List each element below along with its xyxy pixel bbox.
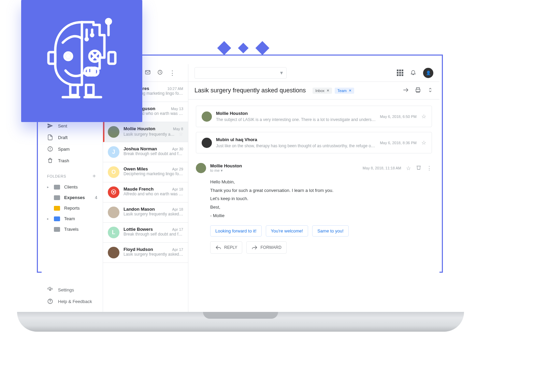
- folder-icon: [54, 195, 60, 200]
- forward-button[interactable]: FORWARD: [246, 241, 286, 254]
- reply-button[interactable]: REPLY: [210, 241, 242, 254]
- folder-expenses[interactable]: Expenses 4: [42, 192, 103, 203]
- folder-team[interactable]: ▸ Team: [42, 213, 103, 224]
- folder-icon: [54, 185, 60, 190]
- send-icon: [47, 123, 53, 129]
- folder-label: Travels: [64, 227, 78, 232]
- sender-avatar: L: [108, 227, 119, 238]
- section-label: FOLDERS: [47, 174, 66, 178]
- nav-settings[interactable]: Settings: [42, 284, 103, 296]
- trash-icon: [47, 157, 53, 164]
- folder-icon: [54, 227, 60, 232]
- mail-subject-preview: Alfredo and who on earth was he cap…: [124, 192, 183, 196]
- snooze-icon[interactable]: [157, 69, 163, 77]
- sender-name: Mollie Houston: [216, 111, 376, 116]
- body-line: Hello Mubin,: [210, 178, 432, 186]
- svg-rect-14: [70, 85, 78, 95]
- svg-point-4: [106, 19, 111, 24]
- reply-arrow-icon[interactable]: [403, 87, 409, 94]
- sender-avatar: J: [108, 146, 119, 158]
- timestamp: May 6, 2018, 8:36 PM: [380, 141, 417, 145]
- sender-avatar: [196, 163, 206, 173]
- tag-chip-inbox[interactable]: Inbox✕: [313, 88, 332, 94]
- expand-collapse-icon[interactable]: [427, 87, 433, 94]
- nav-trash[interactable]: Trash: [42, 155, 103, 166]
- sender-avatar: [202, 111, 212, 122]
- mail-subject-preview: Lasik surgery frequently asked quest…: [124, 252, 183, 257]
- dot-shape: [256, 41, 270, 55]
- mail-list-item[interactable]: Landon MasonApr 18Lasik surgery frequent…: [103, 202, 188, 223]
- folder-travels[interactable]: Travels: [42, 224, 103, 235]
- collapsed-message[interactable]: Mollie Houston The subject of LASIK is a…: [196, 106, 432, 127]
- add-folder-button[interactable]: ＋: [91, 172, 97, 180]
- more-icon[interactable]: ⋮: [426, 165, 432, 171]
- mail-date: Apr 18: [172, 187, 183, 191]
- reader-toolbar: Lasik surgery frequently asked questions…: [188, 82, 439, 100]
- nav-label: Draft: [58, 135, 68, 140]
- star-icon[interactable]: ☆: [421, 113, 426, 120]
- star-icon[interactable]: ☆: [421, 139, 426, 146]
- sender-name: Landon Mason: [124, 207, 155, 212]
- thread: Mollie Houston The subject of LASIK is a…: [188, 100, 439, 265]
- nav-help[interactable]: Help & Feedback: [42, 296, 103, 307]
- sender-avatar: [108, 247, 119, 258]
- folder-label: Reports: [64, 206, 80, 211]
- sender-name: Joshua Norman: [124, 146, 157, 151]
- close-icon[interactable]: ✕: [349, 89, 351, 92]
- app-topbar: ▾ 👤: [188, 64, 439, 82]
- tag-chip-team[interactable]: Team✕: [335, 88, 354, 94]
- mail-list-item[interactable]: Mollie HoustonMay 8Lasik surgery frequen…: [103, 122, 188, 142]
- folder-clients[interactable]: ▸ Clients: [42, 182, 103, 192]
- sender-name: Mollie Houston: [124, 126, 155, 131]
- button-label: FORWARD: [260, 245, 281, 250]
- apps-grid-icon[interactable]: [397, 70, 403, 76]
- smart-reply-button[interactable]: Same to you!: [312, 225, 349, 237]
- spam-icon: [47, 146, 53, 152]
- mail-list-item[interactable]: LLottie BowersApr 17Break through self d…: [103, 223, 188, 243]
- mail-list-item[interactable]: OOwen MilesApr 29Deciphering marketing l…: [103, 162, 188, 182]
- nav-draft[interactable]: Draft: [42, 132, 103, 143]
- mail-list-item[interactable]: Floyd HudsonApr 17Lasik surgery frequent…: [103, 243, 188, 263]
- svg-point-24: [50, 150, 50, 150]
- mail-date: Apr 17: [172, 247, 183, 252]
- smart-reply-button[interactable]: You're welcome!: [266, 225, 308, 237]
- logo-card: [21, 0, 142, 122]
- nav-spam[interactable]: Spam: [42, 143, 103, 155]
- folder-icon: [54, 216, 60, 221]
- star-icon[interactable]: ☆: [406, 165, 411, 171]
- star-icon[interactable]: ☆: [179, 131, 183, 137]
- reading-pane: ▾ 👤 Lasik surgery frequently asked quest…: [188, 64, 439, 312]
- search-input[interactable]: ▾: [194, 67, 287, 79]
- svg-point-25: [49, 289, 51, 291]
- chip-label: Inbox: [315, 89, 324, 93]
- help-icon: [47, 298, 53, 304]
- nav-label: Sent: [58, 123, 67, 129]
- recipient-line[interactable]: to me ▾: [210, 168, 242, 173]
- more-icon[interactable]: ⋮: [169, 69, 175, 77]
- dot-shape: [238, 43, 248, 53]
- notifications-icon[interactable]: [410, 69, 416, 77]
- delete-icon[interactable]: [416, 164, 422, 172]
- body-line: Best,: [210, 203, 432, 212]
- print-icon[interactable]: [415, 87, 421, 94]
- profile-avatar[interactable]: 👤: [423, 68, 433, 78]
- button-label: REPLY: [224, 245, 237, 250]
- body-line: - Mollie: [210, 212, 432, 220]
- chip-label: Team: [337, 89, 347, 93]
- close-icon[interactable]: ✕: [327, 89, 329, 92]
- mail-list-item[interactable]: ⦿Maude FrenchApr 18Alfredo and who on ea…: [103, 182, 188, 202]
- chevron-right-icon: ▸: [47, 185, 50, 189]
- collapsed-message[interactable]: Mubin ul haq Vhora Just like on the show…: [196, 132, 432, 153]
- nav-label: Help & Feedback: [58, 299, 92, 304]
- sender-name: Maude French: [124, 186, 154, 192]
- svg-rect-15: [86, 85, 93, 95]
- mail-list-item[interactable]: JJoshua NormanApr 30Break through self d…: [103, 142, 188, 162]
- gear-icon: [47, 287, 53, 293]
- folder-reports[interactable]: Reports: [42, 203, 103, 213]
- mail-subject-preview: Deciphering marketing lingo for small…: [124, 171, 183, 176]
- folders-section-header: FOLDERS ＋: [42, 166, 103, 182]
- body-line: Let's keep in touch.: [210, 195, 432, 203]
- smart-reply-button[interactable]: Looking forward to it!: [210, 225, 262, 237]
- sender-name: Mollie Houston: [210, 163, 242, 168]
- mark-read-icon[interactable]: [145, 69, 151, 77]
